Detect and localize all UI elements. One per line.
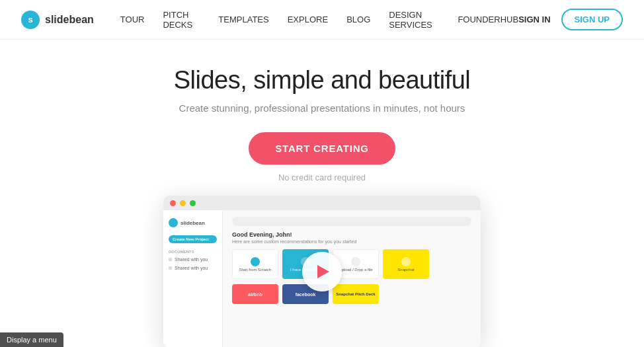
app-greeting: Good Evening, John! xyxy=(232,231,471,238)
sidebar-logo-text: slidebean xyxy=(181,220,205,226)
maximize-dot xyxy=(190,200,196,206)
template-cards: Start from Scratch I have a template Upl… xyxy=(232,249,471,279)
nav-explore[interactable]: EXPLORE xyxy=(288,15,328,24)
card-snapchat[interactable]: Snapchat xyxy=(383,249,429,279)
app-sidebar: slidebean Create New Project Documents S… xyxy=(163,210,223,347)
upload-icon xyxy=(351,257,360,266)
no-credit-text: No credit card required xyxy=(278,173,366,182)
app-main-content: Good Evening, John! Here are some custom… xyxy=(223,210,481,347)
sidebar-item-shared-2: Shared with you xyxy=(163,264,222,272)
nav-links: TOUR PITCH DECKS TEMPLATES EXPLORE BLOG … xyxy=(120,10,518,30)
sidebar-logo: slidebean xyxy=(163,215,222,233)
snapchat-icon xyxy=(401,257,411,266)
nav-blog[interactable]: BLOG xyxy=(346,15,370,24)
minimize-dot xyxy=(180,200,186,206)
window-titlebar xyxy=(163,196,481,210)
app-window: slidebean Create New Project Documents S… xyxy=(163,196,481,347)
hero-subtitle: Create stunning, professional presentati… xyxy=(179,102,465,114)
logo-icon: s xyxy=(21,11,40,29)
sidebar-item-shared-1: Shared with you xyxy=(163,255,222,264)
nav-actions: SIGN IN SIGN UP xyxy=(518,9,623,30)
video-play-button[interactable] xyxy=(302,252,342,291)
sign-in-button[interactable]: SIGN IN xyxy=(518,15,550,24)
nav-pitch-decks[interactable]: PITCH DECKS xyxy=(163,10,200,30)
app-search-bar[interactable] xyxy=(232,217,471,226)
start-scratch-icon xyxy=(251,257,260,266)
app-greeting-sub: Here are some custom recommendations for… xyxy=(232,239,471,244)
play-icon xyxy=(317,265,329,278)
start-creating-button[interactable]: START CREATING xyxy=(249,132,395,165)
nav-design-services[interactable]: DESIGN SERVICES xyxy=(389,10,439,30)
card-start-scratch[interactable]: Start from Scratch xyxy=(232,249,278,279)
app-preview: slidebean Create New Project Documents S… xyxy=(0,196,644,347)
sidebar-new-project-btn[interactable]: Create New Project xyxy=(169,235,217,243)
nav-founderhub[interactable]: FOUNDERHUB xyxy=(458,15,518,24)
sidebar-section-label: Documents xyxy=(163,246,222,255)
close-dot xyxy=(170,200,176,206)
navigation: s slidebean TOUR PITCH DECKS TEMPLATES E… xyxy=(0,0,644,40)
template-snapchat[interactable]: Snapchat Pitch Deck xyxy=(333,284,379,304)
logo-text: slidebean xyxy=(45,14,94,26)
hero-section: Slides, simple and beautiful Create stun… xyxy=(0,40,644,182)
nav-tour[interactable]: TOUR xyxy=(120,15,145,24)
display-menu-tooltip: Display a menu xyxy=(0,332,63,347)
template-airbnb[interactable]: airbnb xyxy=(232,284,278,304)
bottom-template-cards: airbnb facebook Snapchat Pitch Deck xyxy=(232,284,471,304)
hero-title: Slides, simple and beautiful xyxy=(174,66,471,95)
logo-link[interactable]: s slidebean xyxy=(21,11,94,29)
nav-templates[interactable]: TEMPLATES xyxy=(218,15,268,24)
sign-up-button[interactable]: SIGN UP xyxy=(561,9,623,30)
sidebar-logo-icon xyxy=(169,218,178,227)
